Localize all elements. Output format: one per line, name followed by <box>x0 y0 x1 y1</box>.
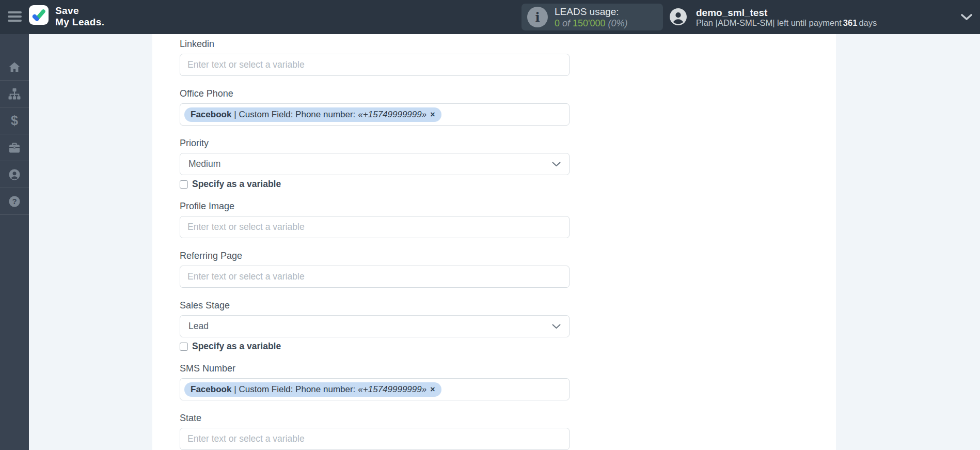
usage-percent: (0%) <box>608 18 628 29</box>
brand-line1: Save <box>55 5 104 17</box>
sms-number-input[interactable]: Facebook | Custom Field: Phone number: «… <box>180 378 570 400</box>
leads-usage-badge: i LEADS usage: 0 of 150'000 (0%) <box>521 4 663 30</box>
menu-icon[interactable] <box>8 11 22 23</box>
priority-specify-variable[interactable]: Specify as a variable <box>180 180 570 189</box>
profile-image-input[interactable] <box>180 216 570 238</box>
sidebar-item-help[interactable]: ? <box>0 188 29 215</box>
help-icon: ? <box>8 195 21 208</box>
user-icon <box>670 8 687 25</box>
field-label-referring-page: Referring Page <box>180 251 570 261</box>
brand-name: Save My Leads. <box>55 5 104 28</box>
field-sms-number: SMS Number Facebook | Custom Field: Phon… <box>180 363 570 400</box>
usage-text: LEADS usage: 0 of 150'000 (0%) <box>555 6 628 29</box>
field-referring-page: Referring Page <box>180 251 570 288</box>
app-logo[interactable] <box>29 5 49 25</box>
account-menu[interactable]: demo_sml_test Plan |ADM-SML-SM| left unt… <box>670 7 877 28</box>
usage-used: 0 <box>555 18 560 29</box>
logo-check-icon <box>31 9 46 22</box>
sidebar-item-account[interactable] <box>0 161 29 188</box>
avatar <box>670 8 687 25</box>
tag-value: «+15749999999» <box>358 384 426 395</box>
field-label-sms-number: SMS Number <box>180 363 570 374</box>
info-icon: i <box>527 7 548 27</box>
field-state: State <box>180 413 570 450</box>
field-sales-stage: Sales Stage Lead Specify as a variable <box>180 300 570 351</box>
sidebar-item-home[interactable] <box>0 54 29 81</box>
sales-stage-specify-variable[interactable]: Specify as a variable <box>180 342 570 351</box>
usage-counts: 0 of 150'000 (0%) <box>555 18 628 29</box>
field-label-profile-image: Profile Image <box>180 201 570 211</box>
priority-select[interactable]: Medium <box>180 153 570 175</box>
briefcase-icon <box>8 142 21 153</box>
referring-page-input[interactable] <box>180 266 570 288</box>
specify-variable-checkbox[interactable] <box>180 180 188 189</box>
tag-source: Facebook <box>191 384 231 395</box>
specify-variable-label: Specify as a variable <box>192 341 281 352</box>
variable-tag: Facebook | Custom Field: Phone number: «… <box>184 382 441 397</box>
topbar: Save My Leads. i LEADS usage: 0 of 150'0… <box>0 0 980 34</box>
brand-line2: My Leads. <box>55 17 104 28</box>
field-label-sales-stage: Sales Stage <box>180 300 570 311</box>
days-suffix: days <box>859 18 877 27</box>
account-plan: Plan |ADM-SML-SM| left until payment361d… <box>696 18 877 28</box>
field-profile-image: Profile Image <box>180 201 570 238</box>
settings-card: Linkedin Office Phone Facebook | Custom … <box>152 34 836 450</box>
plan-prefix: Plan |ADM-SML-SM| left until payment <box>696 18 842 27</box>
sidebar-item-services[interactable] <box>0 134 29 161</box>
usage-title: LEADS usage: <box>555 6 628 18</box>
field-label-state: State <box>180 413 570 423</box>
svg-text:?: ? <box>12 197 17 206</box>
account-text: demo_sml_test Plan |ADM-SML-SM| left unt… <box>696 7 877 28</box>
sales-stage-selected-value: Lead <box>188 321 209 332</box>
connections-icon <box>8 88 21 100</box>
field-priority: Priority Medium Specify as a variable <box>180 138 570 189</box>
field-mapping-form: Linkedin Office Phone Facebook | Custom … <box>152 34 570 450</box>
field-label-office-phone: Office Phone <box>180 88 570 99</box>
tag-value: «+15749999999» <box>358 110 426 120</box>
chevron-down-icon[interactable] <box>960 13 973 21</box>
remove-tag-icon[interactable]: × <box>430 385 435 394</box>
days-left-value: 361 <box>843 18 858 27</box>
tag-field: | Custom Field: Phone number: <box>234 384 355 395</box>
tag-field: | Custom Field: Phone number: <box>234 110 355 120</box>
field-label-linkedin: Linkedin <box>180 39 570 49</box>
sidebar-item-payments[interactable]: $ <box>0 107 29 134</box>
field-linkedin: Linkedin <box>180 39 570 76</box>
sidebar: $ ? <box>0 34 29 450</box>
chevron-down-icon <box>552 162 561 167</box>
sidebar-item-connections[interactable] <box>0 81 29 107</box>
sales-stage-select[interactable]: Lead <box>180 315 570 337</box>
remove-tag-icon[interactable]: × <box>430 110 435 119</box>
chevron-down-icon <box>552 324 561 329</box>
priority-selected-value: Medium <box>188 159 220 169</box>
specify-variable-checkbox[interactable] <box>180 343 188 351</box>
linkedin-input[interactable] <box>180 54 570 76</box>
state-input[interactable] <box>180 428 570 450</box>
usage-total: 150'000 <box>573 18 606 29</box>
tag-source: Facebook <box>191 110 231 120</box>
account-name: demo_sml_test <box>696 7 877 18</box>
home-icon <box>8 61 21 73</box>
dollar-icon: $ <box>11 114 18 127</box>
variable-tag: Facebook | Custom Field: Phone number: «… <box>184 107 441 122</box>
field-label-priority: Priority <box>180 138 570 148</box>
main-area: Linkedin Office Phone Facebook | Custom … <box>29 34 980 450</box>
account-icon <box>8 168 21 181</box>
office-phone-input[interactable]: Facebook | Custom Field: Phone number: «… <box>180 103 570 126</box>
specify-variable-label: Specify as a variable <box>192 179 281 190</box>
usage-of: of <box>562 18 570 29</box>
field-office-phone: Office Phone Facebook | Custom Field: Ph… <box>180 88 570 126</box>
